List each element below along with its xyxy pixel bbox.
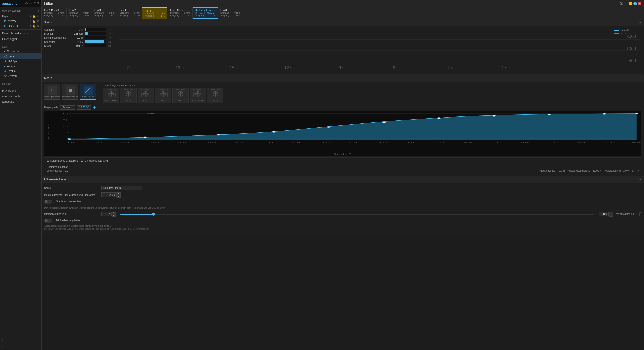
mode-leistung-button[interactable]: ↔ Leistungsausgabe	[44, 84, 60, 100]
fan-8-source-icon	[211, 89, 220, 98]
curve-point-10[interactable]	[635, 113, 638, 114]
mode-temp-button[interactable]: ▦ Temperaturkurvert	[62, 84, 78, 100]
min-power-spinner: ▲ ▼	[101, 212, 116, 217]
settings-gear-icon[interactable]: ⚙	[637, 169, 639, 172]
info-icon[interactable]: ℹ	[625, 2, 626, 5]
sidebar-item-alarme[interactable]: ● Alarme	[0, 64, 41, 68]
sidebar-item-rgbpx[interactable]: ☀ RGBpx	[0, 59, 41, 64]
svg-text:-9 s: -9 s	[337, 65, 344, 70]
curve-point-4[interactable]	[327, 126, 330, 128]
min-power-slider-thumb[interactable]	[152, 213, 155, 216]
curve-point-8[interactable]	[548, 114, 551, 115]
fan-tab-5[interactable]: Fan 5 Drehzahl0 rpm Ausgang1 %	[142, 7, 167, 19]
fan-tab-3[interactable]: Fan 3 Drehzahl0 rpm Ausgang0 %	[92, 7, 117, 19]
startboost-toggle[interactable]	[44, 200, 52, 204]
max-power-spinner-buttons: ▲ ▼	[609, 212, 613, 217]
manual-btn-label: Manuelle Einstellung	[84, 159, 108, 162]
curve-point-7[interactable]	[493, 115, 496, 116]
sidebar-item-playground[interactable]: Playground	[0, 88, 41, 93]
fan-tab-7[interactable]: Fan 7 80mm Drehzahl0 rpm Ausgang0 %	[167, 7, 193, 19]
svg-text:39.75: 39.75	[605, 141, 615, 143]
curve-point-3[interactable]	[272, 131, 275, 132]
auto-einstellung-button[interactable]: ☰ Automatische Einstellung	[47, 159, 78, 162]
max-rpm-down-button[interactable]: ▼	[117, 195, 121, 198]
sidebar-item-luefter[interactable]: ◎ Lüfter	[0, 53, 41, 59]
fan-source-2-button[interactable]: Fan 2	[120, 88, 137, 103]
status-row-strom: Strom 0.00 A 2.0	[44, 44, 115, 47]
manual-einstellung-button[interactable]: ☰ Manuelle Einstellung	[81, 159, 108, 162]
svg-text:39.25: 39.25	[549, 141, 558, 143]
fan-source-7-button[interactable]: Fan 7 80mm	[190, 88, 206, 103]
status-menu-button[interactable]: ≡	[639, 20, 641, 24]
octo-label: OCTO	[8, 20, 16, 23]
luefter-settings-menu-button[interactable]: ≡	[639, 177, 641, 181]
mode-buttons: ↔ Leistungsausgabe ▦ Temperaturkurvert	[44, 84, 96, 100]
info-circle-icon[interactable]: ⓘ	[638, 212, 641, 216]
fan-source-1-button[interactable]: Fan 1 Deckel	[103, 88, 119, 103]
svg-text:35.75: 35.75	[150, 141, 159, 143]
fan-tab-2[interactable]: Fan 2 Drehzahl0 rpm Ausgang0 %	[67, 7, 92, 19]
sidebar-item-datenlogger[interactable]: Datenlogger	[0, 36, 41, 42]
dsnext-label: DS NEXT	[8, 25, 20, 28]
curve-point-5[interactable]	[383, 122, 385, 123]
svg-text:-1 s: -1 s	[500, 65, 507, 70]
fan-source-8-button[interactable]: Fan 8	[207, 88, 223, 103]
sidebar-bottom: aquascomputer	[0, 334, 41, 350]
curve-point-0[interactable]	[68, 138, 71, 140]
svg-text:40.00: 40.00	[632, 141, 641, 143]
fan-source-5-button[interactable]: Fan 5	[172, 88, 189, 103]
svg-text:38.25: 38.25	[434, 141, 444, 143]
regler-manip-row: Eingangsoffset 0.0 Ausgangsoffset 0.0 % …	[47, 169, 639, 172]
max-power-label: Maximalleistung	[616, 213, 634, 215]
fan-source-3-button[interactable]: Fan 3	[138, 88, 154, 103]
min-power-down-button[interactable]: ▼	[112, 214, 116, 217]
sidebar-section-overview-label: Übersichtsseiten	[2, 9, 21, 12]
app-version: Version X.79	[25, 2, 39, 5]
sidebar-item-schnellansicht[interactable]: Daten-Schnellansicht	[0, 31, 41, 36]
min-power-input[interactable]	[101, 212, 112, 216]
sensoren-icon: ●	[4, 50, 6, 53]
svg-text:38.00: 38.00	[406, 141, 415, 143]
maximize-button[interactable]: □	[633, 2, 637, 5]
spannung-bar	[85, 40, 104, 43]
regler-add-button[interactable]: ⊕	[93, 105, 96, 109]
sidebar-item-sensoren[interactable]: ● Sensoren	[0, 49, 41, 53]
fan-tab-radiator[interactable]: Radiator Extern Drehzahl268 rpm Ausgang7…	[193, 7, 218, 19]
status-section: Status ≡ Ausgang 7 % 100	[42, 19, 644, 74]
min-hold-toggle[interactable]	[44, 219, 52, 223]
sidebar-item-dsnext-page[interactable]: ⊞ DS NEXT 🖥 🔒 ⚙	[0, 24, 41, 28]
fan-tab-4[interactable]: Fan 4 Drehzahl0 rpm Ausgang0 %	[117, 7, 142, 19]
min-power-slider-track[interactable]	[120, 214, 594, 215]
minimize-button[interactable]: —	[629, 2, 632, 5]
sidebar-item-aquasuite-web[interactable]: aquasuite web	[0, 93, 41, 99]
curve-point-9[interactable]	[603, 113, 606, 114]
fan-tab-8[interactable]: Fan 8 Drehzahl0 rpm Ausgang0 %	[218, 7, 243, 19]
max-power-down-button[interactable]: ▼	[609, 214, 613, 217]
main-content: Lüfter 📷 ℹ — □ ✕ Fan 1 Deckel Drehzahl 0…	[42, 0, 644, 350]
max-power-up-button[interactable]: ▲	[609, 212, 613, 214]
close-button[interactable]: ✕	[638, 2, 641, 5]
max-rpm-input[interactable]	[101, 192, 117, 197]
name-input[interactable]	[101, 186, 142, 190]
monitor-icon: 🖥	[29, 15, 32, 18]
fan-tab-1[interactable]: Fan 1 Deckel Drehzahl 0 rpm Ausgang 0 %	[42, 7, 67, 19]
expand-icon[interactable]: ⊞	[632, 169, 634, 172]
profile-label: Profile	[8, 69, 16, 72]
mode-kurven-button[interactable]: Kurvenregler	[80, 84, 96, 100]
add-overview-button[interactable]: +	[37, 9, 39, 13]
sidebar-item-system[interactable]: ⚙ System	[0, 73, 41, 79]
max-rpm-up-button[interactable]: ▲	[117, 192, 121, 195]
max-power-input[interactable]	[599, 212, 609, 216]
svg-text:75: 75	[63, 119, 68, 121]
strom-legend-label: Strom	[620, 32, 626, 35]
sidebar-item-profile[interactable]: ◈ Profile	[0, 68, 41, 73]
fan-source-4-button[interactable]: Fan 4	[155, 88, 171, 103]
camera-icon[interactable]: 📷	[620, 2, 623, 5]
curve-point-6[interactable]	[438, 117, 440, 119]
curve-point-2[interactable]	[217, 134, 220, 135]
sidebar-item-octo[interactable]: ⊞ OCTO 🖥 🔒 ⚙	[0, 19, 41, 24]
sidebar-item-aquasuite[interactable]: aquasuite	[0, 99, 41, 104]
curve-point-1[interactable]	[144, 137, 146, 138]
modus-menu-button[interactable]: ≡	[639, 76, 641, 80]
min-power-up-button[interactable]: ▲	[112, 212, 116, 214]
